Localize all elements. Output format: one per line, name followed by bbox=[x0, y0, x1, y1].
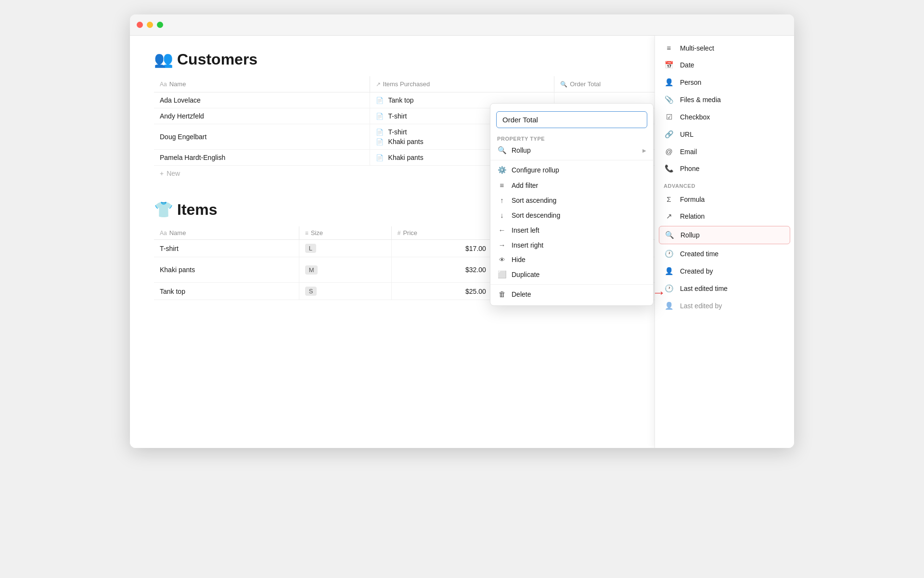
doc-icon: 📄 bbox=[376, 97, 384, 104]
size-badge: L bbox=[305, 244, 316, 253]
created-time-icon: 🕐 bbox=[664, 250, 674, 258]
relation-icon: ↗ bbox=[664, 212, 674, 221]
insert-right-item[interactable]: → Insert right bbox=[490, 237, 653, 252]
cell-name[interactable]: Khaki pants bbox=[154, 257, 299, 283]
customers-emoji: 👥 bbox=[154, 50, 173, 68]
url-icon: 🔗 bbox=[664, 130, 674, 139]
type-relation[interactable]: ↗ Relation bbox=[655, 208, 794, 225]
checkbox-icon: ☑ bbox=[664, 113, 674, 121]
insert-right-icon: → bbox=[497, 241, 507, 249]
items-col-size[interactable]: ≡ Size bbox=[299, 226, 391, 240]
configure-icon: ⚙️ bbox=[497, 166, 507, 174]
minimize-button[interactable] bbox=[147, 22, 153, 28]
items-col-name[interactable]: Aa Name bbox=[154, 226, 299, 240]
cell-name[interactable]: Doug Engelbart bbox=[154, 124, 370, 150]
duplicate-icon: ⬜ bbox=[497, 270, 507, 279]
type-panel: ≡ Multi-select 📅 Date 👤 Person 📎 Files &… bbox=[654, 36, 794, 448]
menu-divider bbox=[490, 160, 653, 160]
rollup-icon: 🔍 bbox=[664, 231, 675, 239]
total-col-icon: 🔍 bbox=[560, 81, 567, 88]
rollup-type-icon: 🔍 bbox=[497, 146, 507, 155]
cell-size[interactable]: M bbox=[299, 257, 391, 283]
sort-asc-icon: ↑ bbox=[497, 196, 507, 204]
person-icon: 👤 bbox=[664, 78, 674, 87]
last-edited-by-icon: 👤 bbox=[664, 302, 674, 310]
sort-descending-item[interactable]: ↓ Sort descending bbox=[490, 208, 653, 223]
menu-divider-2 bbox=[490, 284, 653, 285]
hide-item[interactable]: 👁 Hide bbox=[490, 252, 653, 267]
doc-icon: 📄 bbox=[376, 154, 384, 161]
type-created-by[interactable]: 👤 Created by bbox=[655, 263, 794, 280]
cell-name[interactable]: Pamela Hardt-English bbox=[154, 150, 370, 166]
cell-price[interactable]: $25.00 bbox=[391, 283, 492, 300]
insert-left-item[interactable]: ← Insert left bbox=[490, 223, 653, 237]
plus-icon: + bbox=[160, 170, 164, 177]
customers-col-name[interactable]: Aa Name bbox=[154, 76, 370, 92]
customers-col-items[interactable]: ↗ Items Purchased bbox=[370, 76, 554, 92]
sort-ascending-item[interactable]: ↑ Sort ascending bbox=[490, 193, 653, 208]
sort-desc-icon: ↓ bbox=[497, 211, 507, 219]
column-context-menu: PROPERTY TYPE 🔍 Rollup ⚙️ Configure roll… bbox=[490, 103, 654, 306]
size-badge: M bbox=[305, 265, 318, 275]
type-phone[interactable]: 📞 Phone bbox=[655, 160, 794, 177]
add-filter-item[interactable]: ≡ Add filter bbox=[490, 178, 653, 193]
type-rollup[interactable]: 🔍 Rollup bbox=[659, 226, 790, 244]
type-last-edited-by[interactable]: 👤 Last edited by bbox=[655, 297, 794, 315]
delete-item[interactable]: 🗑 Delete bbox=[490, 287, 653, 302]
multiselect-icon: ≡ bbox=[664, 44, 674, 52]
type-person[interactable]: 👤 Person bbox=[655, 74, 794, 91]
property-type-label: PROPERTY TYPE bbox=[490, 132, 653, 143]
type-email[interactable]: @ Email bbox=[655, 143, 794, 160]
cell-name[interactable]: T-shirt bbox=[154, 240, 299, 257]
items-title: 👕 Items bbox=[154, 200, 218, 219]
cell-name[interactable]: Andy Hertzfeld bbox=[154, 108, 370, 124]
duplicate-item[interactable]: ⬜ Duplicate bbox=[490, 267, 653, 282]
customers-title: 👥 Customers bbox=[154, 50, 257, 68]
items-col-price[interactable]: # Price bbox=[391, 226, 492, 240]
type-url[interactable]: 🔗 URL bbox=[655, 126, 794, 143]
advanced-label: ADVANCED bbox=[655, 177, 794, 191]
cell-price[interactable]: $32.00 bbox=[391, 257, 492, 283]
email-icon: @ bbox=[664, 147, 674, 156]
type-last-edited-time[interactable]: 🕐 Last edited time bbox=[655, 280, 794, 297]
phone-icon: 📞 bbox=[664, 164, 674, 173]
name-col-icon: Aa bbox=[160, 81, 167, 88]
type-checkbox[interactable]: ☑ Checkbox bbox=[655, 108, 794, 126]
doc-icon: 📄 bbox=[376, 129, 384, 136]
property-type-selector[interactable]: 🔍 Rollup bbox=[490, 143, 653, 158]
formula-icon: Σ bbox=[664, 195, 674, 203]
doc-icon: 📄 bbox=[376, 138, 384, 145]
type-created-time[interactable]: 🕐 Created time bbox=[655, 245, 794, 263]
created-by-icon: 👤 bbox=[664, 267, 674, 276]
delete-icon: 🗑 bbox=[497, 290, 507, 298]
insert-left-icon: ← bbox=[497, 226, 507, 234]
arrow-indicator: → bbox=[652, 285, 666, 301]
column-name-input[interactable] bbox=[496, 111, 647, 128]
size-col-icon: ≡ bbox=[305, 230, 308, 236]
type-files[interactable]: 📎 Files & media bbox=[655, 91, 794, 108]
type-date[interactable]: 📅 Date bbox=[655, 56, 794, 74]
configure-rollup-item[interactable]: ⚙️ Configure rollup bbox=[490, 162, 653, 178]
files-icon: 📎 bbox=[664, 95, 674, 104]
type-multiselect[interactable]: ≡ Multi-select bbox=[655, 39, 794, 56]
date-icon: 📅 bbox=[664, 61, 674, 69]
maximize-button[interactable] bbox=[157, 22, 163, 28]
type-formula[interactable]: Σ Formula bbox=[655, 191, 794, 208]
name-col-icon: Aa bbox=[160, 230, 167, 236]
hide-icon: 👁 bbox=[497, 256, 507, 263]
cell-name[interactable]: Tank top bbox=[154, 283, 299, 300]
cell-name[interactable]: Ada Lovelace bbox=[154, 92, 370, 108]
doc-icon: 📄 bbox=[376, 113, 384, 120]
items-col-icon: ↗ bbox=[376, 81, 381, 88]
cell-price[interactable]: $17.00 bbox=[391, 240, 492, 257]
cell-size[interactable]: L bbox=[299, 240, 391, 257]
price-col-icon: # bbox=[398, 230, 401, 236]
cell-size[interactable]: S bbox=[299, 283, 391, 300]
items-emoji: 👕 bbox=[154, 200, 173, 219]
size-badge: S bbox=[305, 287, 317, 296]
close-button[interactable] bbox=[137, 22, 143, 28]
titlebar bbox=[130, 14, 794, 36]
filter-icon: ≡ bbox=[497, 181, 507, 189]
column-name-input-wrap bbox=[490, 107, 653, 132]
